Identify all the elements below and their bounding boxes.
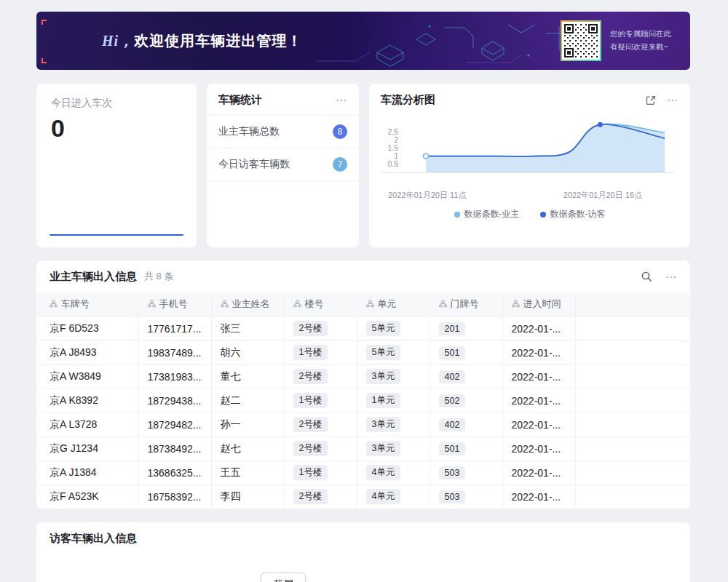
cell-tag: 1号楼 [293, 393, 328, 408]
cell-building: 1号楼 [284, 340, 357, 364]
column-header[interactable]: 楼号 [284, 292, 357, 316]
cell-building: 2号楼 [284, 316, 357, 340]
table-row: 京A J849319837489...胡六1号楼5单元5012022-01-..… [36, 340, 690, 364]
column-header-label: 门牌号 [451, 298, 479, 311]
vehicle-stat-label: 今日访客车辆数 [218, 158, 290, 171]
cell-tag: 1号楼 [293, 345, 328, 360]
table-row: 京A W384917381983...董七2号楼3单元4022022-01-..… [36, 364, 690, 388]
today-entries-card: 今日进入车次 0 [36, 84, 197, 247]
cell-entry-time: 2022-01-... [502, 461, 575, 485]
today-entries-label: 今日进入车次 [51, 97, 182, 110]
field-type-icon [221, 299, 229, 310]
cell-tag: 201 [439, 322, 466, 335]
flow-chart-card: 车流分析图 ⋯ 0.511.522.5 2022年01月20日 11点 [369, 84, 690, 247]
cell-phone: 13686325... [138, 461, 211, 485]
legend-dot [540, 212, 546, 218]
legend-label: 数据条数-访客 [550, 208, 606, 220]
svg-text:1.5: 1.5 [387, 143, 398, 152]
x-axis-label-start: 2022年01月20日 11点 [388, 190, 466, 201]
today-entries-value: 0 [51, 114, 182, 143]
cell-empty [575, 461, 690, 485]
more-icon[interactable]: ⋯ [336, 95, 347, 105]
column-header-label: 单元 [378, 298, 397, 311]
cell-entry-time: 2022-01-... [502, 436, 575, 461]
table-row: 京F A523K16758392...李四2号楼4单元5032022-01-..… [36, 485, 690, 509]
column-header[interactable]: 车牌号 [36, 292, 138, 316]
column-header[interactable]: 进入时间 [502, 292, 575, 316]
field-type-icon [512, 299, 520, 310]
cell-building: 2号楼 [284, 364, 357, 388]
visitor-table-card: 访客车辆出入信息 [36, 522, 690, 582]
column-header[interactable]: 手机号 [138, 292, 211, 316]
x-axis-label-end: 2022年01月20日 16点 [563, 190, 642, 201]
cell-door-number: 402 [430, 412, 502, 436]
cell-tag: 4单元 [366, 465, 401, 480]
cell-phone: 18729438... [138, 388, 211, 412]
cell-door-number: 402 [430, 364, 502, 388]
vehicle-stat-row: 今日访客车辆数7 [207, 148, 359, 181]
cell-phone: 17761717... [138, 316, 211, 340]
legend-item[interactable]: 数据条数-业主 [454, 208, 520, 220]
search-icon[interactable] [641, 271, 652, 282]
vehicle-stats-title: 车辆统计 [218, 93, 262, 107]
cell-building: 1号楼 [284, 461, 357, 485]
cell-owner-name: 赵七 [211, 436, 284, 461]
chart-legend: 数据条数-业主数据条数-访客 [379, 208, 680, 220]
cell-unit: 5单元 [357, 316, 430, 340]
column-header[interactable]: 业主姓名 [211, 292, 284, 316]
legend-dot [454, 212, 460, 218]
cell-tag: 1号楼 [293, 465, 328, 480]
more-icon[interactable]: ⋯ [667, 95, 678, 105]
cell-tag: 5单元 [366, 321, 401, 336]
banner-title-text: 欢迎使用车辆进出管理！ [134, 33, 302, 49]
cell-tag: 503 [439, 490, 466, 503]
column-header[interactable]: 单元 [357, 292, 430, 316]
column-header[interactable]: 门牌号 [430, 292, 502, 316]
field-type-icon [50, 299, 58, 310]
flow-chart-svg: 0.511.522.5 [379, 113, 677, 186]
cell-door-number: 201 [430, 316, 502, 340]
cell-unit: 3单元 [357, 364, 430, 388]
cell-door-number: 501 [430, 340, 502, 364]
vehicle-stat-row: 业主车辆总数8 [207, 116, 359, 148]
field-type-icon [366, 299, 374, 310]
cell-phone: 17381983... [138, 364, 211, 388]
flow-chart-plot: 0.511.522.5 2022年01月20日 11点 2022年01月20日 … [369, 113, 690, 220]
column-header-label: 手机号 [159, 298, 188, 311]
cell-building: 2号楼 [284, 436, 357, 461]
cell-tag: 501 [439, 346, 466, 359]
legend-item[interactable]: 数据条数-访客 [540, 208, 606, 220]
flow-chart-title: 车流分析图 [381, 93, 435, 107]
cell-unit: 3单元 [357, 436, 430, 461]
cell-tag: 3单元 [366, 417, 401, 432]
cell-tag: 402 [439, 370, 466, 383]
column-header-label: 车牌号 [61, 298, 90, 311]
banner-corner-accent [41, 20, 47, 25]
table-row: 京A J138413686325...王五1号楼4单元5032022-01-..… [36, 461, 690, 485]
cell-unit: 4单元 [357, 461, 430, 485]
cell-phone: 18729482... [138, 412, 211, 436]
more-icon[interactable]: ⋯ [665, 271, 677, 282]
cell-unit: 5单元 [357, 340, 430, 364]
cell-empty [575, 388, 690, 412]
screenshot-button[interactable]: 截屏 [261, 573, 306, 582]
owner-table-card: 业主车辆出入信息 共 8 条 ⋯ 车牌号手机号业主姓名楼号单元门牌号进入时间 京… [36, 260, 690, 509]
today-entries-sparkline [50, 234, 183, 236]
cell-plate-number: 京A K8392 [36, 388, 138, 412]
cell-owner-name: 李四 [211, 485, 284, 509]
cell-unit: 4单元 [357, 485, 430, 509]
cell-unit: 1单元 [357, 388, 430, 412]
vehicle-stats-list: 业主车辆总数8今日访客车辆数7 [207, 116, 359, 181]
cell-phone: 18738492... [138, 436, 211, 461]
export-icon[interactable] [645, 95, 657, 106]
legend-label: 数据条数-业主 [464, 208, 520, 220]
field-type-icon [293, 299, 301, 310]
cell-tag: 402 [439, 418, 466, 431]
svg-text:2.5: 2.5 [387, 127, 398, 136]
cell-plate-number: 京F 6D523 [36, 316, 138, 340]
qr-caption-line2: 有疑问欢迎来戳~ [610, 41, 671, 54]
vehicle-stat-badge: 7 [333, 157, 347, 172]
column-header-empty [575, 292, 690, 316]
cell-unit: 3单元 [357, 412, 430, 436]
cell-tag: 3单元 [366, 369, 401, 384]
